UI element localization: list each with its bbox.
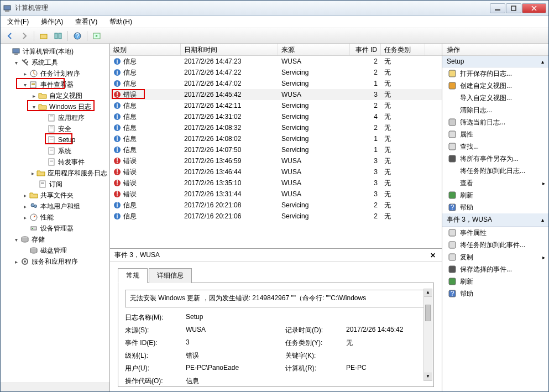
tree-local-users[interactable]: ▸本地用户和组 <box>2 201 108 212</box>
menu-file[interactable]: 文件(F) <box>4 16 32 28</box>
event-row[interactable]: !错误2017/2/26 13:46:44WUSA3无 <box>110 166 442 177</box>
action-help[interactable]: ?帮助 <box>442 201 548 213</box>
tree-toggle[interactable]: ▸ <box>22 192 28 198</box>
action-group-setup[interactable]: Setup▴ <box>442 56 548 67</box>
event-row[interactable]: i信息2017/2/26 14:07:50Servicing1无 <box>110 144 442 155</box>
event-row[interactable]: i信息2017/2/26 14:47:23WUSA2无 <box>110 56 442 67</box>
event-row[interactable]: !错误2017/2/26 14:45:42WUSA3无 <box>110 89 442 100</box>
tree-h-scrollbar[interactable] <box>1 383 109 391</box>
action-save-selected[interactable]: 保存选择的事件... <box>442 263 548 275</box>
action-view[interactable]: 查看▸ <box>442 177 548 189</box>
tree-shared-folders[interactable]: ▸共享文件夹 <box>2 190 108 201</box>
tree-custom-views[interactable]: ▸自定义视图 <box>2 90 108 101</box>
menubar: 文件(F) 操作(A) 查看(V) 帮助(H) <box>1 16 548 28</box>
action-open-saved[interactable]: 打开保存的日志... <box>442 67 548 80</box>
close-button[interactable] <box>522 3 546 13</box>
minimize-button[interactable] <box>490 3 505 13</box>
menu-view[interactable]: 查看(V) <box>72 16 101 28</box>
tree-toggle[interactable]: ▸ <box>22 203 28 210</box>
tree-forwarded[interactable]: 转发事件 <box>2 156 108 168</box>
tree-device-mgr[interactable]: 设备管理器 <box>2 223 108 234</box>
event-row[interactable]: i信息2017/2/26 14:42:11Servicing2无 <box>110 100 442 111</box>
svg-rect-30 <box>50 161 53 161</box>
event-row[interactable]: !错误2017/2/26 13:46:59WUSA3无 <box>110 155 442 166</box>
cell-source: Servicing <box>278 146 350 154</box>
tree-system-tools[interactable]: ▾系统工具 <box>2 57 108 68</box>
tree-disk-mgmt[interactable]: 磁盘管理 <box>2 245 108 256</box>
action-save-all[interactable]: 将所有事件另存为... <box>442 153 548 165</box>
cell-source: Servicing <box>278 212 350 220</box>
tree-toggle[interactable]: ▾ <box>13 60 19 66</box>
event-row[interactable]: i信息2017/2/26 14:08:02Servicing1无 <box>110 133 442 144</box>
tree-toggle[interactable]: ▸ <box>30 170 35 176</box>
event-row[interactable]: !错误2017/2/26 13:35:10WUSA3无 <box>110 177 442 189</box>
column-h_id[interactable]: 事件 ID <box>350 44 381 55</box>
tree-subscriptions[interactable]: 订阅 <box>2 179 108 190</box>
event-row[interactable]: i信息2017/2/16 20:21:06Servicing2无 <box>110 211 442 222</box>
tree-toggle[interactable]: ▸ <box>22 215 28 221</box>
tree-root[interactable]: 计算机管理(本地) <box>2 46 108 57</box>
tree-toggle[interactable]: ▾ <box>22 82 28 88</box>
action-group-event[interactable]: 事件 3，WUSA▴ <box>442 213 548 227</box>
action-event-props[interactable]: 事件属性 <box>442 227 548 239</box>
column-h_source[interactable]: 来源 <box>278 44 350 55</box>
chevron-right-icon: ▸ <box>542 254 545 260</box>
action-refresh[interactable]: 刷新 <box>442 189 548 201</box>
tree-toggle[interactable]: ▾ <box>13 237 19 243</box>
event-row[interactable]: i信息2017/2/26 14:08:32Servicing2无 <box>110 122 442 133</box>
tree-storage[interactable]: ▾存储 <box>2 234 108 245</box>
column-h_level[interactable]: 级别 <box>110 44 181 55</box>
event-row[interactable]: !错误2017/2/26 13:31:44WUSA3无 <box>110 189 442 200</box>
action-attach-event[interactable]: 将任务附加到此事件... <box>442 239 548 251</box>
tree-event-viewer[interactable]: ▾事件查看器 <box>2 79 108 90</box>
tree-toggle[interactable]: ▾ <box>30 104 37 110</box>
details-close-button[interactable]: ✕ <box>428 251 437 260</box>
action-clear-log[interactable]: 清除日志... <box>442 104 548 116</box>
action-attach-task[interactable]: 将任务附加到此日志... <box>442 165 548 177</box>
tab-general[interactable]: 常规 <box>118 268 148 283</box>
action-find[interactable]: 查找... <box>442 140 548 153</box>
tree-performance[interactable]: ▸性能 <box>2 212 108 223</box>
action-help2[interactable]: ?帮助 <box>442 288 548 300</box>
event-row[interactable]: i信息2017/2/26 14:31:02Servicing4无 <box>110 111 442 122</box>
event-row[interactable]: i信息2017/2/26 14:47:22Servicing2无 <box>110 67 442 78</box>
menu-action[interactable]: 操作(A) <box>38 16 66 28</box>
menu-help[interactable]: 帮助(H) <box>106 16 135 28</box>
tree-body[interactable]: 计算机管理(本地)▾系统工具▸任务计划程序▾事件查看器▸自定义视图▾Window… <box>1 44 109 383</box>
tree-apps-services[interactable]: ▸应用程序和服务日志 <box>2 168 108 179</box>
action-properties[interactable]: 属性 <box>442 128 548 140</box>
tool-preview-button[interactable] <box>91 30 103 42</box>
tree-application[interactable]: 应用程序 <box>2 112 108 123</box>
details-scrollbar[interactable]: ▲ ▼ <box>423 289 432 381</box>
tool-view-button[interactable] <box>52 30 64 42</box>
column-h_cat[interactable]: 任务类别 <box>381 44 425 55</box>
action-filter-log[interactable]: 筛选当前日志... <box>442 116 548 128</box>
tree-setup[interactable]: Setup <box>2 134 108 145</box>
column-h_date[interactable]: 日期和时间 <box>181 44 278 55</box>
tab-details[interactable]: 详细信息 <box>149 268 192 283</box>
action-copy[interactable]: 复制▸ <box>442 251 548 263</box>
tree-system[interactable]: 系统 <box>2 145 108 156</box>
tree-security[interactable]: 安全 <box>2 123 108 134</box>
action-import-view[interactable]: 导入自定义视图... <box>442 92 548 104</box>
action-create-view[interactable]: 创建自定义视图... <box>442 80 548 92</box>
event-row[interactable]: i信息2017/2/26 14:47:02Servicing1无 <box>110 78 442 89</box>
nav-back-button[interactable] <box>4 30 16 42</box>
tree-toggle[interactable]: ▸ <box>13 259 19 265</box>
maximize-button[interactable] <box>506 3 521 13</box>
tree-windows-logs[interactable]: ▾Windows 日志 <box>2 101 108 112</box>
cell-date: 2017/2/26 14:47:22 <box>181 69 278 76</box>
tool-help-button[interactable]: ? <box>71 30 83 42</box>
nav-forward-button[interactable] <box>18 30 30 42</box>
tool-folder-button[interactable] <box>38 30 50 42</box>
tree-task-scheduler[interactable]: ▸任务计划程序 <box>2 68 108 79</box>
tree-services-apps[interactable]: ▸服务和应用程序 <box>2 256 108 267</box>
event-row[interactable]: i信息2017/2/16 20:21:08Servicing2无 <box>110 200 442 211</box>
svg-rect-5 <box>55 33 57 39</box>
event-list[interactable]: 级别日期和时间来源事件 ID任务类别i信息2017/2/26 14:47:23W… <box>110 44 442 248</box>
info-icon: i <box>113 113 121 121</box>
tree-toggle[interactable]: ▸ <box>30 93 37 99</box>
action-refresh2[interactable]: 刷新 <box>442 275 548 288</box>
cell-date: 2017/2/26 14:08:02 <box>181 135 278 143</box>
tree-toggle[interactable]: ▸ <box>22 71 28 77</box>
